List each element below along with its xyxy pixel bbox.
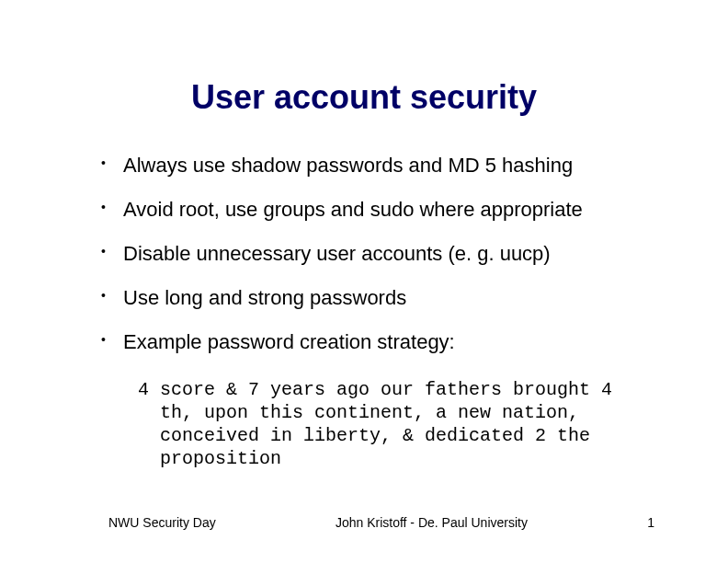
bullet-list: Always use shadow passwords and MD 5 has…: [74, 154, 654, 354]
footer-left: NWU Security Day: [108, 515, 216, 530]
footer-center: John Kristoff - De. Paul University: [216, 515, 648, 530]
slide-footer: NWU Security Day John Kristoff - De. Pau…: [0, 515, 728, 530]
bullet-item: Avoid root, use groups and sudo where ap…: [101, 198, 654, 222]
bullet-item: Always use shadow passwords and MD 5 has…: [101, 154, 654, 178]
footer-page-number: 1: [647, 515, 654, 530]
slide-title: User account security: [74, 78, 654, 117]
bullet-item: Use long and strong passwords: [101, 286, 654, 310]
slide: User account security Always use shadow …: [0, 0, 728, 563]
example-code: 4 score & 7 years ago our fathers brough…: [74, 378, 654, 470]
bullet-item: Disable unnecessary user accounts (e. g.…: [101, 242, 654, 266]
bullet-item: Example password creation strategy:: [101, 330, 654, 354]
